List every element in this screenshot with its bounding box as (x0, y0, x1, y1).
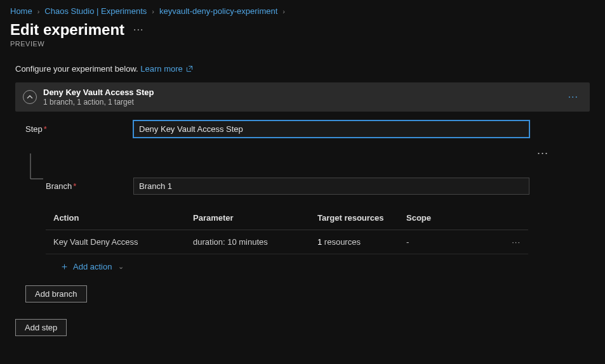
step-field-label: Step* (25, 124, 133, 134)
chevron-up-icon (27, 94, 33, 100)
chevron-right-icon: › (152, 8, 154, 15)
breadcrumb-experiment[interactable]: keyvault-deny-policy-experiment (159, 6, 277, 16)
tree-connector-icon (29, 153, 47, 184)
actions-table: Action Parameter Target resources Scope … (46, 206, 528, 279)
add-step-button[interactable]: Add step (15, 319, 67, 336)
cell-targets: 1 resources (317, 237, 406, 247)
step-panel: Deny Key Vault Access Step 1 branch, 1 a… (15, 82, 590, 112)
add-action-button[interactable]: ＋ Add action ⌄ (46, 254, 131, 279)
step-header-title: Deny Key Vault Access Step (43, 88, 558, 97)
col-parameter: Parameter (193, 213, 317, 223)
page-title: Edit experiment (10, 21, 124, 39)
breadcrumb: Home › Chaos Studio | Experiments › keyv… (0, 0, 605, 18)
step-more-button[interactable]: ··· (564, 91, 582, 103)
required-indicator: * (73, 181, 76, 191)
required-indicator: * (44, 124, 47, 134)
breadcrumb-home[interactable]: Home (10, 6, 32, 16)
cell-parameter: duration: 10 minutes (193, 237, 317, 247)
step-name-input[interactable] (133, 120, 529, 138)
cell-action: Key Vault Deny Access (53, 237, 193, 247)
chevron-down-icon: ⌄ (118, 263, 124, 271)
learn-more-link[interactable]: Learn more (140, 64, 193, 74)
cell-scope: - (406, 237, 495, 247)
table-header: Action Parameter Target resources Scope (46, 206, 528, 230)
external-link-icon (186, 65, 193, 72)
step-header-subtitle: 1 branch, 1 action, 1 target (43, 98, 558, 107)
add-branch-button[interactable]: Add branch (25, 285, 87, 302)
col-targets: Target resources (317, 213, 406, 223)
breadcrumb-studio[interactable]: Chaos Studio | Experiments (44, 6, 147, 16)
step-header: Deny Key Vault Access Step 1 branch, 1 a… (15, 82, 590, 112)
branch-more-button[interactable]: ··· (532, 144, 554, 162)
plus-icon: ＋ (60, 261, 69, 273)
instruction-label: Configure your experiment below. (15, 64, 138, 74)
instruction-text: Configure your experiment below. Learn m… (0, 59, 605, 82)
col-action: Action (53, 213, 193, 223)
chevron-right-icon: › (283, 8, 285, 15)
title-more-button[interactable]: ··· (133, 24, 143, 36)
table-row[interactable]: Key Vault Deny Access duration: 10 minut… (46, 230, 528, 254)
chevron-right-icon: › (37, 8, 40, 15)
branch-name-input[interactable] (133, 178, 529, 195)
col-scope: Scope (406, 213, 495, 223)
page-subtitle: PREVIEW (0, 39, 605, 59)
row-more-button[interactable]: ··· (495, 237, 521, 247)
collapse-toggle[interactable] (23, 90, 37, 104)
